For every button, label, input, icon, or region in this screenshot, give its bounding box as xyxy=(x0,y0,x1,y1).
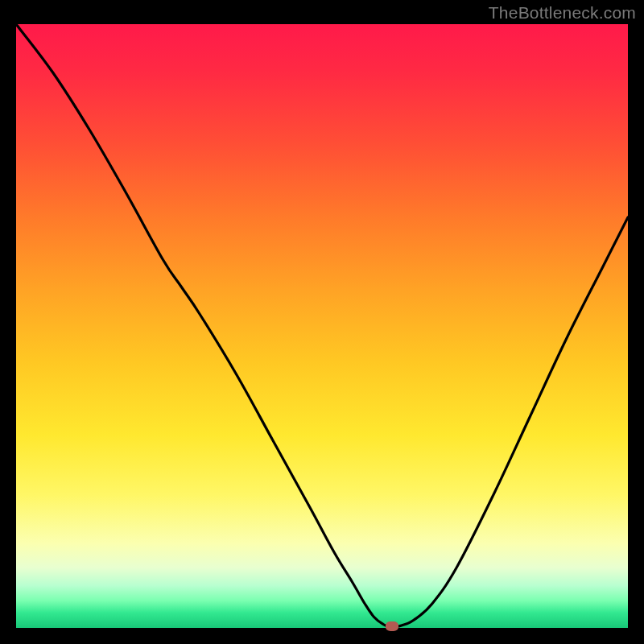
attribution-text: TheBottleneck.com xyxy=(489,3,636,23)
minimum-marker xyxy=(386,621,398,631)
curve-path xyxy=(16,24,628,627)
plot-area xyxy=(16,24,628,628)
bottleneck-curve xyxy=(16,24,628,628)
chart-frame: TheBottleneck.com xyxy=(0,0,644,644)
